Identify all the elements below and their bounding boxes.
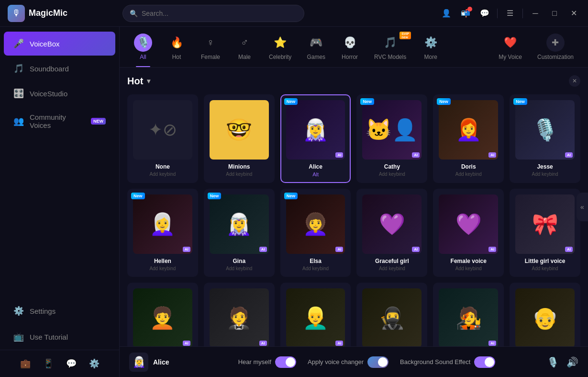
mail-badge [467,7,472,11]
briefcase-icon[interactable]: 💼 [18,356,33,371]
maximize-button[interactable]: □ [548,7,561,20]
settings2-icon[interactable]: ⚙️ [87,356,102,371]
sidebar-item-voicebox[interactable]: 🎤 VoiceBox [4,32,115,56]
voice-card-img-grandma: 👴 [515,288,575,346]
section-dropdown-icon[interactable]: ▾ [147,77,150,85]
girltoboy-ai-badge: AI [488,341,496,346]
apply-changer-label: Apply voice changer [308,358,364,366]
mail-icon[interactable]: 📬 [459,7,472,20]
tab-games[interactable]: 🎮 Games [300,31,332,63]
collapse-button[interactable]: « [577,193,588,221]
jesse-ai-badge: AI [565,152,573,158]
voice-card-hellen[interactable]: New 👩‍🦳 AI Hellen Add keybind [127,189,198,277]
voice-card-femalevoice[interactable]: 💜 AI Female voice Add keybind [433,189,504,277]
sidebar-label-soundboard: Soundboard [30,65,69,73]
doris-avatar: 👩‍🦰 [439,100,498,160]
voice-name-femalevoice: Female voice [439,258,498,264]
user-icon[interactable]: 👤 [440,7,453,20]
voice-card-alice[interactable]: New 🧝‍♀️ AI Alice Alt [280,94,351,183]
community-icon: 👥 [13,116,24,126]
minimize-button[interactable]: ─ [529,7,542,20]
tab-rvc-label: RVC Models [374,54,406,60]
close-button[interactable]: ✕ [567,7,580,20]
voice-card-cathy[interactable]: New 🐱‍👤 AI Cathy Add keybind [356,94,427,183]
tab-customization[interactable]: ✚ Customization [531,31,580,63]
voice-card-minions[interactable]: 🤓 Minions Add keybind [204,94,275,183]
voice-card-ninja[interactable]: 🥷 Ninja Add keybind [356,283,427,346]
malevoice-ai-badge: AI [335,341,343,346]
tab-rvc[interactable]: SVIPnew 🎵 RVC Models [367,31,413,63]
section-header: Hot ▾ ✕ [127,75,580,87]
sidebar-label-voicebox: VoiceBox [30,40,60,48]
status-icons: 🎙️ 🔊 [547,356,578,368]
voice-area: Hot ▾ ✕ ✦⊘ None Add keybind [120,68,588,346]
section-close-button[interactable]: ✕ [569,75,580,87]
graceful-ai-badge: AI [412,247,420,252]
voice-card-img-littlegirl: 🎀 AI [515,194,575,254]
apply-changer-toggle[interactable] [367,356,388,368]
search-bar[interactable]: 🔍 [122,5,304,22]
elsa-ai-badge: AI [335,247,343,252]
voice-card-none[interactable]: ✦⊘ None Add keybind [127,94,198,183]
tab-myvoice[interactable]: ❤️ My Voice [492,31,529,63]
more-icon: ⚙️ [422,34,440,52]
sidebar-item-soundboard[interactable]: 🎵 Soundboard [4,57,115,80]
gina-avatar: 🧝‍♀️ [210,194,269,254]
sidebar-item-settings[interactable]: ⚙️ Settings [4,299,115,323]
sidebar-item-tutorial[interactable]: 📺 Use Tutorial [4,325,115,349]
voice-card-img-minions: 🤓 [210,100,269,160]
tab-male-label: Male [238,54,251,60]
microphone-icon[interactable]: 🎙️ [547,356,559,368]
voice-card-handsomeboy[interactable]: 🧑‍🦱 AI Handsome boy Add keybind [127,283,198,346]
section-title: Hot ▾ [127,76,150,87]
gina-ai-badge: AI [259,247,267,252]
voice-card-img-none: ✦⊘ [133,100,192,160]
app-logo: 🎙 MagicMic [8,5,122,22]
voice-card-littlegirl[interactable]: 🎀 AI Little girl voice Add keybind [510,189,580,277]
sidebar-item-voicestudio[interactable]: 🎛️ VoiceStudio [4,81,115,105]
current-voice: 🧝‍♀️ Alice [129,353,187,372]
phone-icon[interactable]: 📱 [41,356,56,371]
main-layout: 🎤 VoiceBox 🎵 Soundboard 🎛️ VoiceStudio 👥… [0,27,588,377]
category-tabs: 🎙️ All 🔥 Hot ♀ Female ♂ Male ⭐ Celebrity… [120,27,588,68]
sidebar-item-community[interactable]: 👥 Community Voices NEW [4,106,115,136]
voice-card-img-femalevoice: 💜 AI [439,194,498,254]
tab-male[interactable]: ♂ Male [229,31,260,63]
voice-card-jesse[interactable]: New 🎙️ AI Jesse Add keybind [510,94,580,183]
handsomeboy-ai-badge: AI [183,341,190,346]
speaker-icon[interactable]: 🔊 [566,356,578,368]
tab-all[interactable]: 🎙️ All [127,31,159,63]
tab-games-label: Games [307,54,325,60]
search-input[interactable] [142,10,297,17]
tab-horror[interactable]: 💀 Horror [334,31,366,63]
bg-sound-toggle[interactable] [474,356,495,368]
voice-card-grandma[interactable]: 👴 Grandma Laura Add keybind [510,283,580,346]
voice-name-hellen: Hellen [133,258,192,264]
voice-card-elsa[interactable]: New 👩‍🦱 AI Elsa Add keybind [280,189,351,277]
tab-celebrity-label: Celebrity [269,54,291,60]
tab-celebrity[interactable]: ⭐ Celebrity [262,31,298,63]
menu-icon[interactable]: ☰ [503,7,517,20]
voice-card-gina[interactable]: New 🧝‍♀️ AI Gina Add keybind [204,189,275,277]
horror-icon: 💀 [341,34,359,52]
status-bar: 🧝‍♀️ Alice Hear myself Apply voice chang… [120,346,588,377]
voice-card-girltoboy[interactable]: 🧑‍🎤 AI Girl to boy Add keybind [433,283,504,346]
cathy-avatar: 🐱‍👤 [362,100,422,160]
voice-card-graceful[interactable]: 💜 AI Graceful girl Add keybind [356,189,427,277]
chat-icon[interactable]: 💬 [64,356,79,371]
tab-more[interactable]: ⚙️ More [415,31,446,63]
hellen-new-badge: New [131,193,145,199]
discord-icon[interactable]: 💬 [478,7,491,20]
hear-myself-toggle[interactable] [275,356,296,368]
divider2 [522,9,523,18]
tab-female[interactable]: ♀ Female [194,31,227,63]
voice-card-img-girltoboy: 🧑‍🎤 AI [439,288,498,346]
voice-card-malevoice[interactable]: 👱‍♂️ AI Male voice Add keybind [280,283,351,346]
myvoice-icon: ❤️ [501,34,520,52]
tab-hot[interactable]: 🔥 Hot [161,31,192,63]
voice-keybind-minions: Add keybind [210,171,269,177]
cathy-ai-badge: AI [412,152,420,158]
voice-card-magnetic[interactable]: 🤵 AI Magnetic male voice Add keybind [204,283,275,346]
tab-custom-label: Customization [537,54,574,60]
voice-card-doris[interactable]: New 👩‍🦰 AI Doris Add keybind [433,94,504,183]
